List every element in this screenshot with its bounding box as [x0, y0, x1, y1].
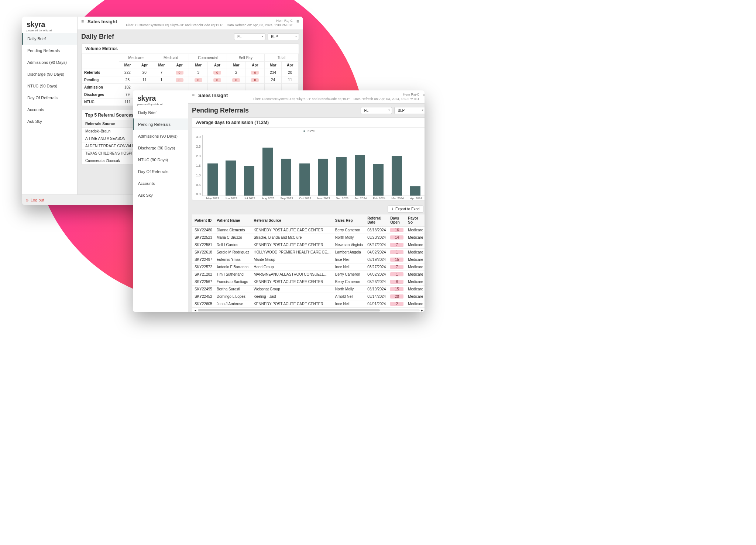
logo: skyra powered by whiz.ai	[133, 90, 188, 107]
sidebar-item[interactable]: Discharge (90 Days)	[133, 142, 188, 154]
branch-dropdown[interactable]: BLP	[394, 107, 425, 114]
settings-icon[interactable]: ≡	[296, 19, 299, 24]
brand-subtitle: powered by whiz.ai	[27, 29, 73, 32]
topbar: ≡ Sales Insight Hem Raj-C Filter: Custom…	[78, 17, 303, 30]
app-title: Sales Insight	[87, 19, 117, 24]
chart-legend: T12M	[192, 128, 425, 133]
window-pending-referrals: skyra powered by whiz.ai Daily BriefPend…	[133, 90, 425, 312]
sidebar-item[interactable]: Admissions (90 Days)	[22, 56, 77, 68]
sidebar: skyra powered by whiz.ai Daily BriefPend…	[22, 17, 78, 194]
brand-name: skyra	[137, 94, 183, 103]
page-title: Daily Brief	[81, 33, 232, 41]
app-title: Sales Insight	[198, 93, 228, 98]
referrals-grid: Patient IDPatient NameReferral SourceSal…	[192, 214, 425, 312]
sidebar-item[interactable]: Accounts	[133, 177, 188, 189]
table-row[interactable]: SKY22567Francisco SantiagoKENNEDY POST A…	[192, 278, 425, 286]
sidebar-item[interactable]: Ask Sky	[133, 189, 188, 201]
region-dropdown[interactable]: FL	[234, 33, 265, 40]
sidebar-item[interactable]: Ask Sky	[22, 115, 77, 127]
page-title: Pending Referrals	[192, 107, 358, 114]
branch-dropdown[interactable]: BLP	[268, 33, 299, 40]
chart-bar	[336, 157, 347, 196]
region-dropdown[interactable]: FL	[361, 107, 392, 114]
chart-bar	[281, 159, 291, 196]
menu-icon[interactable]: ≡	[192, 93, 195, 98]
sidebar-item[interactable]: Daily Brief	[133, 107, 188, 118]
table-row[interactable]: SKY22480Dianna ClementsKENNEDY POST ACUT…	[192, 227, 425, 234]
chart-bar	[262, 148, 273, 196]
header-info: Hem Raj-C Filter: CustomerSystemID eq 'S…	[253, 93, 420, 101]
chart-panel: Average days to admission (T12M) T12M 3.…	[192, 117, 425, 200]
bar-chart: 3.02.52.01.51.00.50.0	[192, 133, 425, 197]
menu-icon[interactable]: ≡	[81, 19, 84, 24]
table-row[interactable]: SKY21282Tim I SutherlandMARGINEANU ALBAS…	[192, 271, 425, 278]
table-row[interactable]: SKY22523Maria C BruzzoStracke, Blanda an…	[192, 234, 425, 241]
table-row[interactable]: SKY22572Antonio F BarrancoHand GroupInce…	[192, 263, 425, 271]
brand-name: skyra	[27, 20, 73, 29]
chart-bar	[318, 159, 328, 196]
table-row[interactable]: SKY22452Domingo L LopezKeeling - JastArn…	[192, 293, 425, 300]
logout-link[interactable]: Log out	[31, 198, 44, 202]
sidebar-item[interactable]: NTUC (90 Days)	[133, 154, 188, 166]
export-icon: ⤓	[391, 207, 394, 211]
sidebar-item[interactable]: Daily Brief	[22, 33, 77, 45]
chart-bar	[299, 163, 310, 196]
sidebar-item[interactable]: Admissions (90 Days)	[133, 130, 188, 142]
refresh-text: Data Refresh on: Apr, 03, 2024, 1:30 PM …	[354, 97, 420, 101]
sidebar-item[interactable]: Discharge (90 Days)	[22, 68, 77, 80]
table-row[interactable]: SKY22495Bertha SarastiWeissnat GroupNort…	[192, 286, 425, 293]
sidebar-item[interactable]: Day Of Referrals	[22, 92, 77, 104]
sidebar-item[interactable]: Pending Referrals	[22, 45, 77, 56]
table-row[interactable]: SKY22618Sergio M RodriguezHOLLYWOOD PREM…	[192, 249, 425, 256]
filter-text: Filter: CustomerSystemID eq 'Skyra-01' a…	[253, 97, 350, 101]
chart-bar	[226, 161, 236, 196]
refresh-text: Data Refresh on: Apr, 03, 2024, 1:30 PM …	[227, 23, 293, 27]
chart-bar	[392, 156, 402, 196]
export-button[interactable]: ⤓ Export to Excel	[388, 206, 423, 213]
chart-bar	[244, 166, 254, 196]
user-name: Hem Raj-C	[253, 93, 420, 97]
chart-bar	[355, 155, 365, 196]
chart-bar	[207, 163, 218, 196]
horizontal-scrollbar[interactable]	[198, 309, 420, 311]
table-row[interactable]: SKY22497Eufemio YmasMante GroupInce Neil…	[192, 256, 425, 263]
sidebar-item[interactable]: Accounts	[22, 104, 77, 115]
export-label: Export to Excel	[395, 207, 420, 211]
table-row[interactable]: SKY22581Dell I GardosKENNEDY POST ACUTE …	[192, 241, 425, 249]
table-row[interactable]: SKY22605Joan J AmbroseKENNEDY POST ACUTE…	[192, 300, 425, 308]
header-info: Hem Raj-C Filter: CustomerSystemID eq 'S…	[126, 19, 293, 27]
logo: skyra powered by whiz.ai	[22, 17, 77, 33]
user-name: Hem Raj-C	[126, 19, 293, 23]
filter-text: Filter: CustomerSystemID eq 'Skyra-01' a…	[126, 23, 223, 27]
chart-title: Average days to admission (T12M)	[192, 118, 425, 128]
topbar: ≡ Sales Insight Hem Raj-C Filter: Custom…	[188, 90, 425, 104]
sidebar-item[interactable]: Pending Referrals	[133, 118, 188, 130]
main-content: ≡ Sales Insight Hem Raj-C Filter: Custom…	[188, 90, 425, 312]
sidebar-item[interactable]: NTUC (90 Days)	[22, 80, 77, 92]
sidebar: skyra powered by whiz.ai Daily BriefPend…	[133, 90, 188, 312]
logout-icon[interactable]: ⎋	[26, 198, 28, 202]
export-row: ⤓ Export to Excel	[192, 204, 425, 214]
brand-subtitle: powered by whiz.ai	[137, 103, 183, 106]
sidebar-item[interactable]: Day Of Referrals	[133, 166, 188, 177]
chart-bar	[373, 164, 384, 196]
settings-icon[interactable]: ≡	[423, 93, 425, 98]
chart-bar	[410, 186, 420, 196]
panel-title: Volume Metrics	[82, 44, 299, 54]
